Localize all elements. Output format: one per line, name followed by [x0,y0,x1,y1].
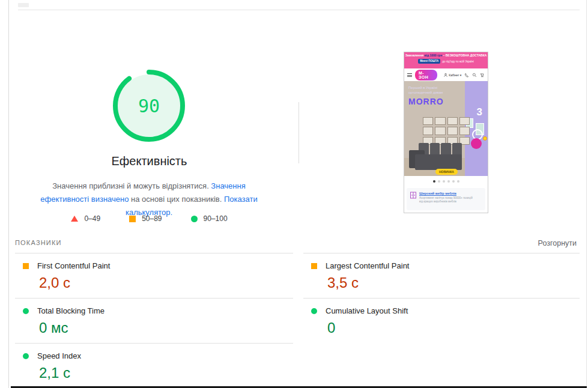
banner-text-line2: до під'їзду по всій Україні [442,60,474,63]
thumb-info-description: Асортимент налічує понад 90000+ позицій … [419,196,476,204]
carousel-dot[interactable] [452,180,455,183]
thumb-promo-banner: Замовлення від 1000 грн – БЕЗКОШТОВНА ДО… [404,52,488,68]
circle-icon [191,216,198,222]
furniture-icon [410,192,417,199]
metric-first-contentful-paint: First Contentful Paint 2,0 с [15,253,293,298]
account-label: Кабінет [449,73,459,77]
sofa-seat [415,154,462,170]
triangle-icon [71,216,78,222]
meest-logo: Meest ПОШТА [418,59,440,64]
metric-speed-index: Speed Index 2,1 с [15,343,293,388]
metric-cumulative-layout-shift: Cumulative Layout Shift 0 [303,298,580,343]
top-left-artifact [18,3,29,7]
thumb-info-link[interactable]: Широкий вибір меблів [419,192,476,195]
metric-largest-contentful-paint: Largest Contentful Paint 3,5 с [303,253,580,298]
carousel-dot[interactable] [438,180,440,183]
performance-score-value: 90 [113,70,185,142]
carousel-dot[interactable] [457,180,459,183]
metric-label: First Contentful Paint [37,261,110,270]
hamburger-icon [407,73,412,77]
banner-text-pre: Замовлення [405,53,425,57]
circle-icon [311,308,317,314]
section-vertical-divider [299,102,299,163]
legend-item-fail: 0–49 [71,214,100,223]
legend-range-label: 0–49 [84,214,100,223]
hero-big-number: 3 [477,106,482,118]
carousel-dot[interactable] [433,180,435,183]
metric-value: 0 [327,319,580,337]
top-divider [18,10,580,10]
hero-product-title: MORRO [408,97,444,106]
metric-value: 2,0 с [39,274,293,292]
thumb-site-header: М-ЗОН Кабінет ▾ [404,68,488,81]
banner-text-highlight: від 1000 грн [424,53,442,57]
metric-value: 0 мс [39,319,293,337]
expand-metrics-toggle[interactable]: Розгорнути [538,239,577,247]
circle-icon [23,308,29,314]
square-icon [23,263,29,269]
square-icon [129,216,136,222]
pagespeed-report: 90 Ефективність Значення приблизні й мож… [0,0,588,388]
phone-icon [464,73,469,77]
legend-item-average: 50–89 [129,214,162,223]
score-description-text-2: на основі цих показників. [129,195,223,204]
banner-text-post: – БЕЗКОШТОВНА ДОСТАВКА [442,53,486,57]
metric-total-blocking-time: Total Blocking Time 0 мс [15,298,293,343]
metrics-column-right: Largest Contentful Paint 3,5 с Cumulativ… [303,253,580,343]
report-right-border [586,0,587,388]
score-description-text-1: Значення приблизні й можуть відрізнятися… [52,181,211,190]
report-left-border [8,0,9,388]
metric-label: Speed Index [37,351,81,360]
metric-label: Largest Contentful Paint [326,261,409,270]
site-logo: М-ЗОН [415,70,437,80]
legend-range-label: 50–89 [142,214,162,223]
thumb-info-card: Широкий вибір меблів Асортимент налічує … [407,188,485,210]
carousel-dots [404,176,488,187]
yellow-dot-icon [483,136,487,141]
legend-item-pass: 90–100 [191,214,228,223]
chevron-down-icon: ▾ [460,73,462,77]
wall-frames-decoration [423,117,470,145]
magenta-circle-icon [471,138,482,149]
cart-icon [480,73,485,77]
legend-range-label: 90–100 [204,214,228,223]
metric-label: Cumulative Layout Shift [326,306,408,315]
metric-value: 3,5 с [327,274,580,292]
square-icon [311,263,317,269]
person-icon [443,73,448,77]
account-menu: Кабінет ▾ [443,73,461,77]
thumb-hero-section: 3 Перший в Україні ортопедичний диван MO… [404,81,488,176]
performance-score-gauge[interactable]: 90 [113,70,185,142]
metric-label: Total Blocking Time [37,306,105,315]
site-screenshot-thumbnail[interactable]: Замовлення від 1000 грн – БЕЗКОШТОВНА ДО… [404,52,488,213]
hero-tagline: Перший в Україні ортопедичний диван [408,85,443,95]
metrics-section-title: ПОКАЗНИКИ [15,239,62,246]
score-description: Значення приблизні й можуть відрізнятися… [29,180,269,219]
circle-icon [23,353,29,359]
carousel-dot[interactable] [447,180,450,183]
carousel-dot[interactable] [443,180,445,183]
search-icon [472,73,477,77]
metrics-column-left: First Contentful Paint 2,0 с Total Block… [15,253,293,388]
metric-value: 2,1 с [39,364,293,382]
score-legend: 0–49 50–89 90–100 [0,214,299,223]
category-title: Ефективність [0,154,299,168]
new-badge: НОВИНКА [435,169,458,175]
